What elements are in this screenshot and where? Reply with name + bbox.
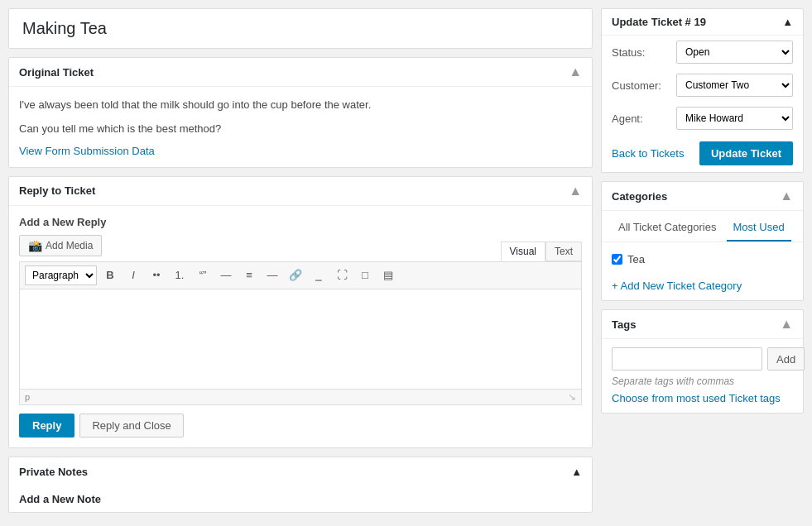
private-notes-collapse[interactable]: ▲ (571, 466, 582, 478)
original-ticket-collapse[interactable]: ▲ (569, 65, 582, 79)
update-ticket-collapse[interactable]: ▲ (782, 16, 793, 28)
reply-button[interactable]: Reply (19, 414, 74, 438)
update-ticket-button[interactable]: Update Ticket (699, 141, 793, 165)
media-icon: 📸 (28, 239, 42, 252)
view-form-link[interactable]: View Form Submission Data (19, 145, 155, 157)
ticket-line1: I've always been told that the milk shou… (19, 97, 582, 114)
distraction-free-button[interactable]: □ (355, 265, 375, 285)
reply-collapse[interactable]: ▲ (569, 184, 582, 198)
categories-collapse[interactable]: ▲ (780, 189, 793, 203)
update-ticket-panel: Update Ticket # 19 ▲ Status: Open Custom… (601, 8, 804, 173)
category-label-tea: Tea (627, 253, 645, 265)
tags-collapse[interactable]: ▲ (780, 317, 793, 332)
agent-select[interactable]: Mike Howard (676, 107, 793, 130)
reply-panel: Reply to Ticket ▲ Add a New Reply 📸 Add … (8, 176, 593, 448)
update-ticket-footer: Back to Tickets Update Ticket (602, 135, 803, 172)
editor-tabs: Visual Text (501, 241, 582, 261)
agent-label: Agent: (612, 112, 671, 125)
add-reply-subheading: Add a New Reply (19, 216, 582, 228)
customer-label: Customer: (612, 79, 671, 92)
tags-input[interactable] (612, 347, 762, 371)
original-ticket-header: Original Ticket ▲ (9, 58, 592, 87)
add-category-link[interactable]: + Add New Ticket Category (602, 276, 803, 300)
editor-footer: p ↘ (20, 389, 581, 404)
tags-hint: Separate tags with commas (612, 375, 793, 387)
agent-row: Agent: Mike Howard (602, 102, 803, 135)
private-notes-header: Private Notes ▲ (9, 457, 592, 486)
category-checkbox-tea[interactable] (612, 254, 622, 265)
page-title: Making Tea (8, 8, 593, 49)
tags-panel: Tags ▲ Add Separate tags with commas Cho… (601, 309, 804, 414)
private-notes-heading: Private Notes (19, 466, 88, 478)
reply-header: Reply to Ticket ▲ (9, 177, 592, 206)
reply-body: Add a New Reply 📸 Add Media Visual Text (9, 206, 592, 447)
tags-header: Tags ▲ (602, 310, 803, 339)
add-media-label: Add Media (46, 240, 93, 251)
unlink-button[interactable]: ⎯ (309, 265, 329, 285)
ticket-line2: Can you tell me which is the best method… (19, 121, 582, 138)
customer-row: Customer: Customer Two (602, 69, 803, 102)
update-ticket-heading: Update Ticket # 19 (612, 16, 706, 28)
align-center-button[interactable]: ≡ (239, 265, 259, 285)
resize-handle[interactable]: ↘ (568, 391, 576, 403)
reply-close-button[interactable]: Reply and Close (79, 414, 183, 438)
category-tabs: All Ticket Categories Most Used (602, 211, 803, 242)
more-button[interactable]: ▤ (378, 265, 398, 285)
private-notes-subheading: Add a New Note (9, 486, 592, 512)
link-button[interactable]: 🔗 (286, 265, 305, 285)
tags-heading: Tags (612, 318, 636, 331)
editor-tag-indicator: p (25, 392, 30, 402)
update-ticket-header: Update Ticket # 19 ▲ (602, 9, 803, 36)
original-ticket-heading: Original Ticket (19, 66, 94, 79)
editor-area[interactable] (20, 289, 581, 389)
bold-button[interactable]: B (100, 265, 120, 285)
tab-most-used[interactable]: Most Used (727, 218, 791, 241)
back-to-tickets-link[interactable]: Back to Tickets (612, 147, 684, 160)
editor-toolbar: Paragraph B I •• 1. “” ― ≡ ― 🔗 ⎯ ⛶ □ (20, 262, 581, 289)
ticket-content: I've always been told that the milk shou… (9, 87, 592, 167)
status-row: Status: Open (602, 36, 803, 69)
category-list: Tea (602, 242, 803, 276)
tab-text[interactable]: Text (545, 241, 582, 261)
italic-button[interactable]: I (123, 265, 143, 285)
tags-input-row: Add (612, 347, 793, 371)
private-notes-panel: Private Notes ▲ Add a New Note (8, 457, 593, 513)
original-ticket-panel: Original Ticket ▲ I've always been told … (8, 57, 593, 168)
ol-button[interactable]: 1. (170, 265, 190, 285)
status-label: Status: (612, 46, 671, 59)
fullscreen-button[interactable]: ⛶ (332, 265, 352, 285)
reply-actions: Reply Reply and Close (19, 414, 582, 438)
add-media-button[interactable]: 📸 Add Media (19, 235, 102, 256)
customer-select[interactable]: Customer Two (676, 74, 793, 97)
blockquote-button[interactable]: “” (193, 265, 213, 285)
paragraph-select[interactable]: Paragraph (25, 265, 97, 285)
categories-panel: Categories ▲ All Ticket Categories Most … (601, 181, 804, 301)
choose-tags-link[interactable]: Choose from most used Ticket tags (612, 392, 781, 404)
categories-header: Categories ▲ (602, 182, 803, 211)
tab-all-categories[interactable]: All Ticket Categories (612, 218, 723, 241)
tab-visual[interactable]: Visual (501, 241, 545, 261)
tags-body: Add Separate tags with commas Choose fro… (602, 339, 803, 413)
editor-wrapper: Paragraph B I •• 1. “” ― ≡ ― 🔗 ⎯ ⛶ □ (19, 261, 582, 405)
align-left-button[interactable]: ― (216, 265, 236, 285)
ul-button[interactable]: •• (147, 265, 166, 285)
add-tag-button[interactable]: Add (767, 347, 805, 371)
align-right-button[interactable]: ― (262, 265, 282, 285)
categories-heading: Categories (612, 190, 667, 203)
reply-heading: Reply to Ticket (19, 184, 95, 197)
status-select[interactable]: Open (676, 41, 793, 64)
list-item: Tea (612, 251, 793, 268)
